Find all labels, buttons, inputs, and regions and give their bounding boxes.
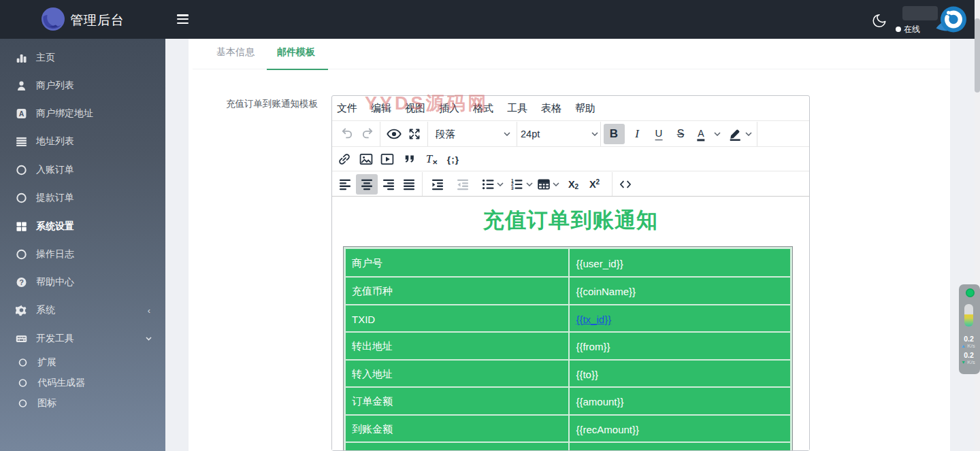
svg-text:3: 3 <box>511 185 514 190</box>
svg-text:?: ? <box>19 278 24 286</box>
svg-text:A: A <box>19 110 24 118</box>
